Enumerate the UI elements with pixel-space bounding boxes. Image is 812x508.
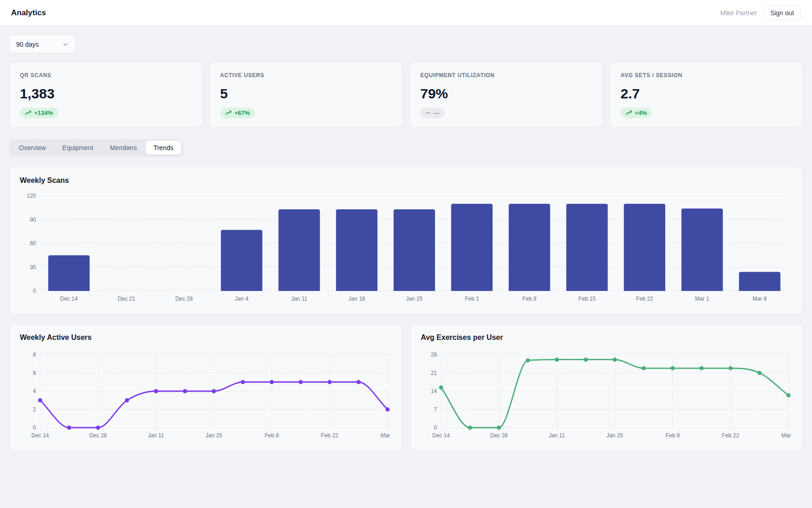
tab-overview[interactable]: Overview (11, 141, 54, 155)
minus-icon (425, 110, 431, 115)
svg-text:Dec 21: Dec 21 (118, 296, 135, 302)
tab-bar: Overview Equipment Members Trends (9, 139, 183, 157)
stat-label: AVG SETS / SESSION (621, 72, 792, 79)
stat-card-active-users: ACTIVE USERS 5 +67% (209, 62, 402, 128)
svg-text:Jan 25: Jan 25 (606, 432, 623, 439)
svg-text:Mar 1: Mar 1 (695, 296, 710, 302)
stat-delta-badge: +67% (220, 108, 255, 118)
svg-text:Jan 25: Jan 25 (406, 296, 423, 302)
svg-text:Jan 4: Jan 4 (235, 296, 249, 302)
stat-card-qr-scans: QR SCANS 1,383 +134% (9, 62, 202, 128)
svg-text:Feb 15: Feb 15 (579, 296, 596, 302)
stat-card-equipment-utilization: EQUIPMENT UTILIZATION 79% — (410, 62, 603, 128)
svg-text:Feb 8: Feb 8 (522, 296, 537, 302)
svg-text:21: 21 (431, 370, 437, 376)
weekly-scans-bar-chart: 0306090120Dec 14Dec 21Dec 28Jan 4Jan 11J… (20, 189, 792, 305)
svg-text:0: 0 (434, 424, 437, 431)
svg-text:28: 28 (431, 351, 437, 358)
svg-text:Dec 28: Dec 28 (175, 296, 193, 302)
bottom-charts-grid: Weekly Active Users 02468Dec 14Dec 28Jan… (9, 324, 803, 451)
date-range-value: 90 days (16, 41, 39, 48)
svg-text:60: 60 (30, 240, 36, 247)
stat-delta: +4% (635, 109, 647, 116)
svg-text:Feb 8: Feb 8 (265, 432, 279, 439)
weekly-active-users-line-chart: 02468Dec 14Dec 28Jan 11Jan 25Feb 8Feb 22… (20, 346, 391, 441)
chart-title: Avg Exercises per User (421, 333, 792, 342)
stat-delta: +134% (34, 109, 53, 116)
stat-value: 5 (220, 86, 392, 102)
avg-exercises-card: Avg Exercises per User 07142128Dec 14Dec… (410, 324, 803, 451)
main-content: 90 days QR SCANS 1,383 +134% ACTIVE USER… (0, 26, 812, 451)
svg-text:Jan 18: Jan 18 (348, 296, 365, 302)
page-title: Analytics (11, 8, 46, 18)
stats-grid: QR SCANS 1,383 +134% ACTIVE USERS 5 +67%… (9, 62, 803, 128)
svg-text:14: 14 (431, 388, 437, 394)
tab-equipment[interactable]: Equipment (54, 141, 101, 155)
stat-value: 79% (420, 86, 592, 102)
svg-text:Mar 8: Mar 8 (381, 432, 391, 439)
svg-text:0: 0 (33, 424, 36, 431)
svg-text:120: 120 (27, 193, 36, 199)
tab-trends[interactable]: Trends (146, 141, 181, 155)
svg-text:8: 8 (33, 351, 36, 358)
stat-label: EQUIPMENT UTILIZATION (420, 72, 592, 79)
trending-up-icon (626, 110, 632, 115)
svg-text:Jan 11: Jan 11 (549, 432, 565, 439)
stat-value: 2.7 (621, 86, 792, 102)
svg-text:30: 30 (30, 264, 36, 271)
svg-text:2: 2 (33, 406, 36, 413)
svg-text:90: 90 (30, 217, 36, 223)
stat-label: QR SCANS (20, 72, 191, 79)
stat-delta-badge: — (420, 108, 445, 118)
chart-title: Weekly Active Users (20, 333, 391, 342)
svg-text:Jan 11: Jan 11 (148, 432, 164, 439)
stat-label: ACTIVE USERS (220, 72, 392, 79)
svg-text:Jan 11: Jan 11 (291, 296, 307, 302)
chart-title: Weekly Scans (20, 176, 792, 185)
trending-up-icon (25, 110, 31, 115)
svg-text:Dec 14: Dec 14 (31, 432, 49, 439)
weekly-active-users-card: Weekly Active Users 02468Dec 14Dec 28Jan… (9, 324, 402, 451)
svg-text:Feb 8: Feb 8 (666, 432, 680, 439)
svg-text:Feb 22: Feb 22 (722, 432, 740, 439)
svg-text:Dec 14: Dec 14 (432, 432, 450, 439)
chevron-down-icon (62, 41, 69, 48)
svg-text:Dec 28: Dec 28 (89, 432, 107, 439)
svg-text:6: 6 (33, 370, 36, 376)
svg-text:Mar 8: Mar 8 (752, 296, 767, 302)
stat-card-avg-sets: AVG SETS / SESSION 2.7 +4% (610, 62, 803, 128)
stat-value: 1,383 (20, 86, 191, 102)
svg-text:Dec 28: Dec 28 (490, 432, 508, 439)
stat-delta-badge: +134% (20, 108, 58, 118)
svg-text:0: 0 (33, 288, 36, 294)
stat-delta-badge: +4% (621, 108, 652, 118)
date-range-select[interactable]: 90 days (9, 35, 76, 53)
svg-text:7: 7 (434, 406, 437, 413)
weekly-scans-card: Weekly Scans 0306090120Dec 14Dec 21Dec 2… (9, 167, 803, 314)
svg-text:Dec 14: Dec 14 (60, 296, 78, 302)
stat-delta: +67% (234, 109, 250, 116)
svg-text:Feb 22: Feb 22 (321, 432, 339, 439)
user-name: Mike Partner (720, 9, 757, 17)
stat-delta: — (434, 109, 440, 116)
avg-exercises-line-chart: 07142128Dec 14Dec 28Jan 11Jan 25Feb 8Feb… (421, 346, 792, 441)
trending-up-icon (225, 110, 232, 115)
svg-text:Feb 22: Feb 22 (636, 296, 653, 302)
svg-text:Mar 8: Mar 8 (782, 432, 792, 439)
tab-members[interactable]: Members (102, 141, 144, 155)
sign-out-button[interactable]: Sign out (764, 6, 801, 20)
top-bar: Analytics Mike Partner Sign out (0, 0, 812, 26)
svg-text:Jan 25: Jan 25 (205, 432, 222, 439)
svg-text:4: 4 (33, 388, 36, 394)
svg-text:Feb 1: Feb 1 (465, 296, 479, 302)
